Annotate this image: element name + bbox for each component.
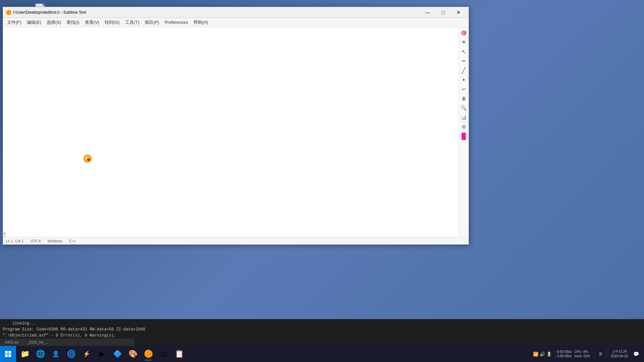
menu-edit[interactable]: 编辑(E) [24, 18, 44, 27]
svg-rect-0 [5, 351, 8, 354]
taskbar-browser2[interactable]: 🌀 [64, 347, 78, 361]
start-button[interactable] [0, 346, 16, 362]
network-icon: 📶 [533, 352, 538, 357]
svg-rect-1 [8, 351, 11, 354]
taskbar-app2[interactable]: 🔷 [110, 347, 125, 361]
dot-tool-icon[interactable]: • [460, 75, 468, 84]
status-line-col: Ln 1, Col 1 [6, 239, 23, 243]
taskbar-explorer[interactable]: 📁 [17, 347, 32, 361]
status-bar: Ln 1, Col 1 UTF-8 Windows C++ [3, 237, 469, 244]
notification-icon: 💬 [633, 351, 639, 357]
grid-icon[interactable]: ⊞ [460, 122, 468, 131]
battery-icon: 🔋 [546, 352, 552, 357]
status-encoding: UTF-8 [30, 239, 41, 243]
taskbar-app5[interactable]: 📋 [172, 347, 186, 361]
minimize-button[interactable]: — [420, 8, 435, 17]
menu-help[interactable]: 帮助(H) [191, 18, 211, 27]
build-line-1: Program Size: Code=6396 RO-data=432 RW-d… [3, 326, 641, 333]
build-line-2: ".\Objects\led.axf" - 0 Error(s), 0 Warn… [3, 333, 641, 339]
tab-2020[interactable]: _2020_04_... [23, 339, 52, 345]
app-icon: 🟠 [6, 10, 11, 15]
menu-view[interactable]: 查看(V) [82, 18, 102, 27]
target-icon[interactable]: 🎯 [460, 28, 468, 37]
notification-button[interactable]: 💬 [631, 346, 641, 362]
taskbar-app4[interactable]: 🗂 [156, 347, 171, 361]
menu-file[interactable]: 文件(F) [4, 18, 24, 27]
svg-rect-2 [5, 354, 8, 357]
status-line-endings: Windows [47, 239, 62, 243]
system-date: 2020-04-10 [611, 354, 628, 359]
svg-rect-3 [8, 354, 11, 357]
network-speed: ↑ 0.00 KB/s ↓ 0.00 KB/s [554, 350, 572, 358]
cursor-tool-icon[interactable]: ↖ [460, 47, 468, 56]
maximize-button[interactable]: □ [436, 8, 450, 17]
loading-cursor [84, 155, 92, 163]
editor-area[interactable]: F 8 🎯 👁 ↖ ✏ ╱ • ↩ 🗑 🔍 📊 ⊞ █ [3, 27, 469, 237]
download-speed: ↓ 0.00 KB/s [554, 354, 572, 358]
taskbar-chrome[interactable]: 🌐 [33, 347, 48, 361]
menu-select[interactable]: 选择(S) [44, 18, 64, 27]
cpu-usage: CPU: 4% [574, 350, 590, 354]
taskbar-keil[interactable]: ▶ [95, 347, 109, 361]
right-toolbar: 🎯 👁 ↖ ✏ ╱ • ↩ 🗑 🔍 📊 ⊞ █ [459, 27, 469, 237]
taskbar-system-tray: 📶 🔊 🔋 ↑ 0.00 KB/s ↓ 0.00 KB/s CPU: 4% me… [533, 346, 644, 362]
chart-icon[interactable]: 📊 [460, 113, 468, 122]
taskbar-apps: 📁 🌐 👤 🌀 ⚡ ▶ 🔷 🎨 🟠 🗂 📋 [16, 346, 188, 362]
taskbar-photoshop[interactable]: 🎨 [125, 347, 140, 361]
taskbar: 📁 🌐 👤 🌀 ⚡ ▶ 🔷 🎨 🟠 🗂 📋 📶 🔊 🔋 ↑ 0.00 KB/s … [0, 346, 644, 362]
window-controls: — □ ✕ [420, 8, 466, 17]
eye-icon[interactable]: 👁 [460, 38, 468, 47]
desktop: 🖥️ 此电脑 📄 PDF 🟠 I:\User\Desktop\oledfont.… [0, 0, 644, 362]
menu-find[interactable]: 查找(I) [64, 18, 82, 27]
menu-bar: 文件(F) 编辑(E) 选择(S) 查找(I) 查看(V) 转到(G) 工具(T… [3, 18, 469, 27]
diagonal-line-icon[interactable]: ╱ [460, 66, 468, 75]
cursor-dot [87, 158, 90, 161]
upload-speed: ↑ 0.00 KB/s [554, 350, 572, 354]
undo-icon[interactable]: ↩ [460, 85, 468, 94]
left-label-2: 8 [3, 235, 6, 237]
taskbar-user[interactable]: 👤 [48, 347, 63, 361]
pencil-icon[interactable]: ✏ [460, 57, 468, 65]
menu-tools[interactable]: 工具(T) [122, 18, 142, 27]
separator [594, 349, 595, 359]
system-clock[interactable]: 上午11:24 2020-04-10 [611, 349, 628, 359]
color-swatch-icon[interactable]: █ [460, 132, 468, 140]
menu-goto[interactable]: 转到(G) [102, 18, 122, 27]
language-indicator[interactable]: 英 [599, 352, 602, 357]
zoom-icon[interactable]: 🔍 [460, 104, 468, 112]
notify-area: 📶 🔊 🔋 [533, 352, 552, 357]
cursor-indicator [84, 155, 93, 164]
separator2 [606, 349, 607, 359]
volume-icon: 🔊 [540, 352, 545, 357]
memory-usage: mem: 52% [574, 354, 590, 358]
window-title: I:\User\Desktop\oledfont.h - Sublime Tex… [13, 10, 420, 15]
status-language: C++ [69, 239, 76, 243]
menu-preferences[interactable]: Preferences [162, 18, 191, 26]
title-bar: 🟠 I:\User\Desktop\oledfont.h - Sublime T… [3, 7, 469, 18]
cpu-memory: CPU: 4% mem: 52% [574, 350, 590, 358]
system-time: 上午11:24 [611, 349, 628, 354]
close-button[interactable]: ✕ [451, 8, 466, 17]
taskbar-sublime[interactable]: 🟠 [141, 347, 156, 361]
sublime-text-window: 🟠 I:\User\Desktop\oledfont.h - Sublime T… [3, 7, 469, 245]
trash-icon[interactable]: 🗑 [460, 94, 468, 103]
taskbar-app1[interactable]: ⚡ [79, 347, 94, 361]
bottom-tabs: -0402.txt _2020_04_... [0, 339, 134, 346]
tab-0402[interactable]: -0402.txt [0, 339, 23, 345]
build-line-0: linking... [3, 320, 641, 326]
menu-project[interactable]: 项目(P) [142, 18, 162, 27]
